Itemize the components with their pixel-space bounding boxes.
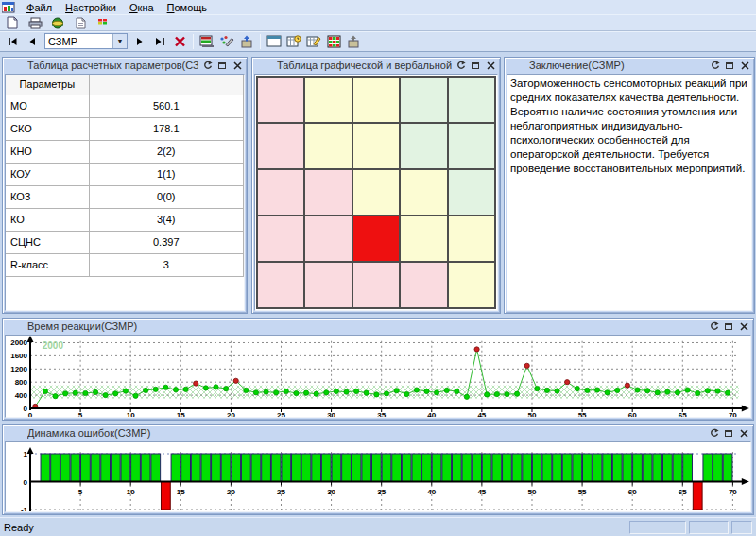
reaction-point xyxy=(203,386,208,390)
chevron-down-icon[interactable]: ▼ xyxy=(112,34,127,48)
new-document-icon xyxy=(7,16,18,29)
correct-bar xyxy=(371,454,381,482)
error-bar xyxy=(161,482,170,510)
svg-text:55: 55 xyxy=(578,411,587,418)
interpretation-cell xyxy=(449,170,494,215)
reaction-point xyxy=(144,388,148,392)
menu-windows[interactable]: Окна xyxy=(123,2,161,13)
reaction-point xyxy=(183,387,188,391)
reaction-point xyxy=(43,389,47,393)
table-history-button[interactable] xyxy=(284,33,303,49)
param-value-cell: 1(1) xyxy=(89,163,244,185)
svg-text:60: 60 xyxy=(628,488,637,496)
last-record-button[interactable] xyxy=(150,33,169,49)
close-button[interactable] xyxy=(737,320,750,332)
next-record-button[interactable] xyxy=(130,33,149,49)
toolbar-separator xyxy=(193,34,194,49)
close-button[interactable] xyxy=(737,427,750,439)
reaction-point xyxy=(334,389,338,393)
correct-bar xyxy=(503,454,512,482)
svg-text:5: 5 xyxy=(78,488,83,496)
correct-bar xyxy=(292,454,301,482)
correct-bar xyxy=(452,454,461,482)
close-button[interactable] xyxy=(484,60,497,71)
close-button[interactable] xyxy=(738,60,751,71)
correct-bar xyxy=(612,454,622,482)
menu-settings[interactable]: Настройки xyxy=(59,2,123,13)
menu-help[interactable]: Помощь xyxy=(161,2,215,13)
correct-bar xyxy=(151,454,161,482)
mdi-client-area: Таблица расчетных параметров(СЗМР) Парам… xyxy=(0,51,756,517)
new-document-button[interactable] xyxy=(3,15,22,31)
float-window-button[interactable] xyxy=(708,60,721,71)
copy-page-button[interactable] xyxy=(71,15,90,31)
correct-bar xyxy=(402,454,411,482)
menu-file[interactable]: Файл xyxy=(20,2,59,13)
float-window-button[interactable] xyxy=(707,320,720,332)
window-view-button[interactable] xyxy=(265,33,284,49)
correct-bar xyxy=(332,454,341,482)
archive-button[interactable] xyxy=(344,33,363,49)
window-title: Заключение(СЗМР) xyxy=(529,60,706,71)
grid-icon xyxy=(327,35,341,48)
correct-bar xyxy=(221,454,231,482)
param-value-cell: 3 xyxy=(89,253,244,276)
print-button[interactable] xyxy=(26,15,44,31)
maximize-button[interactable] xyxy=(722,427,735,439)
correct-bar xyxy=(241,454,250,482)
float-window-button[interactable] xyxy=(707,427,720,439)
correct-bar xyxy=(673,454,682,482)
correct-bar xyxy=(662,454,672,482)
param-value-cell: 3(4) xyxy=(89,208,244,231)
maximize-button[interactable] xyxy=(722,320,735,332)
svg-text:70: 70 xyxy=(729,411,737,418)
first-record-button[interactable] xyxy=(3,33,22,49)
edit-points-button[interactable] xyxy=(217,33,236,49)
reaction-point xyxy=(83,390,88,395)
reaction-point xyxy=(725,390,730,395)
correct-bar xyxy=(141,454,150,482)
status-text: Ready xyxy=(4,522,627,533)
parameters-table-content: Параметры МО560.1СКО178.1КНО2(2)КОУ1(1)К… xyxy=(5,74,245,311)
test-selector-combobox[interactable]: СЗМР ▼ xyxy=(44,33,128,49)
interpretation-grid-button[interactable] xyxy=(324,33,343,49)
previous-record-button[interactable] xyxy=(23,33,42,49)
titlebar-conclusion[interactable]: Заключение(СЗМР) xyxy=(505,58,754,73)
maximize-icon xyxy=(726,62,733,69)
titlebar-reaction-time[interactable]: Время реакции(СЗМР) xyxy=(3,319,753,334)
reaction-point-error xyxy=(474,347,479,352)
delete-record-button[interactable] xyxy=(170,33,189,49)
status-panel xyxy=(629,521,686,534)
titlebar-error-dynamics[interactable]: Динамика ошибок(СЗМР) xyxy=(3,425,753,441)
levels-button[interactable] xyxy=(94,15,112,31)
import-button[interactable] xyxy=(237,33,256,49)
correct-bar xyxy=(212,454,221,482)
titlebar-interpretation[interactable]: Таблица графической и вербальной интерпр… xyxy=(252,58,500,73)
table-edit-button[interactable] xyxy=(304,33,323,49)
reaction-point xyxy=(303,390,308,395)
toolbar-navigation: СЗМР ▼ xyxy=(0,30,756,51)
correct-bar xyxy=(51,454,60,482)
services-button[interactable] xyxy=(48,15,67,31)
svg-text:25: 25 xyxy=(277,411,285,418)
maximize-button[interactable] xyxy=(723,60,736,71)
float-icon xyxy=(455,61,466,70)
param-name-cell: СКО xyxy=(6,117,89,140)
svg-text:35: 35 xyxy=(377,411,386,418)
interpretation-cell xyxy=(449,124,494,168)
float-window-button[interactable] xyxy=(200,60,214,71)
correct-bar xyxy=(342,454,352,482)
close-button[interactable] xyxy=(231,60,244,71)
column-header-values xyxy=(89,75,244,95)
reaction-point-error xyxy=(194,381,198,386)
correct-bar xyxy=(91,454,100,482)
maximize-button[interactable] xyxy=(469,60,482,71)
report-button[interactable] xyxy=(198,33,216,49)
titlebar-parameters[interactable]: Таблица расчетных параметров(СЗМР) xyxy=(3,58,247,73)
interpretation-cell xyxy=(401,216,446,261)
copy-page-icon xyxy=(75,16,87,29)
reaction-point xyxy=(163,385,168,389)
float-window-button[interactable] xyxy=(454,60,467,71)
maximize-button[interactable] xyxy=(215,60,229,71)
close-icon xyxy=(740,429,748,438)
